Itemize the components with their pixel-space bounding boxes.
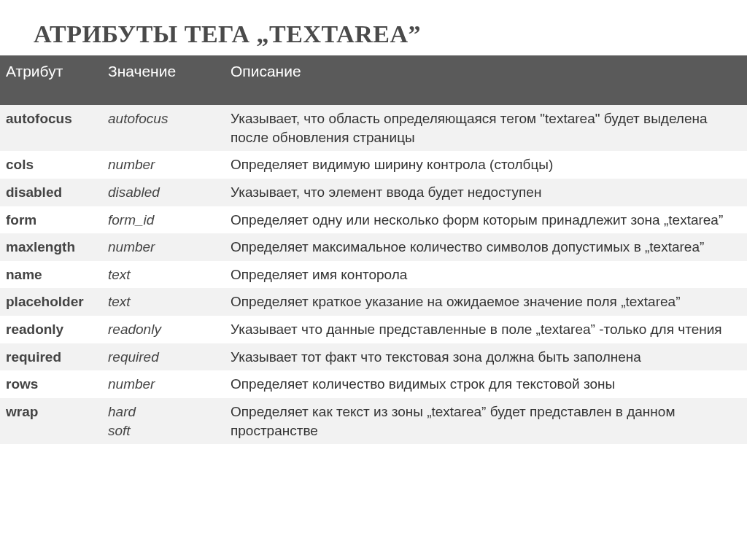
value-cell: text xyxy=(102,261,225,289)
description-cell: Указывает, что элемент ввода будет недос… xyxy=(225,179,747,206)
description-cell: Указывает, что область определяющаяся те… xyxy=(225,105,747,151)
description-cell: Указывает что данные представленные в по… xyxy=(225,316,747,343)
value-cell: autofocus xyxy=(102,105,225,151)
description-cell: Указывает тот факт что текстовая зона до… xyxy=(225,343,747,371)
description-cell: Определяет количество видимых строк для … xyxy=(225,370,747,398)
table-row: autofocusautofocusУказывает, что область… xyxy=(0,105,747,151)
attribute-cell: placeholder xyxy=(0,288,102,316)
description-cell: Определяет имя конторола xyxy=(225,261,747,289)
attribute-cell: disabled xyxy=(0,179,102,206)
table-row: requiredrequiredУказывает тот факт что т… xyxy=(0,343,747,371)
value-cell: readonly xyxy=(102,316,225,343)
attribute-cell: autofocus xyxy=(0,105,102,151)
header-description: Описание xyxy=(225,55,747,105)
attribute-cell: name xyxy=(0,261,102,289)
attribute-cell: maxlength xyxy=(0,233,102,261)
value-cell: number xyxy=(102,151,225,179)
table-row: rowsnumberОпределяет количество видимых … xyxy=(0,370,747,398)
attribute-cell: readonly xyxy=(0,316,102,343)
attributes-table: Атрибут Значение Описание autofocusautof… xyxy=(0,55,747,444)
description-cell: Определяет одну или несколько форм котор… xyxy=(225,206,747,234)
header-value: Значение xyxy=(102,55,225,105)
description-cell: Определяет видимую ширину контрола (стол… xyxy=(225,151,747,179)
table-row: nametextОпределяет имя конторола xyxy=(0,261,747,289)
value-cell: form_id xyxy=(102,206,225,234)
value-cell: required xyxy=(102,343,225,371)
attribute-cell: form xyxy=(0,206,102,234)
table-row: placeholdertextОпределяет краткое указан… xyxy=(0,288,747,316)
attribute-cell: required xyxy=(0,343,102,371)
attribute-cell: wrap xyxy=(0,398,102,444)
value-cell: number xyxy=(102,370,225,398)
table-row: maxlengthnumberОпределяет максимальное к… xyxy=(0,233,747,261)
description-cell: Определяет максимальное количество симво… xyxy=(225,233,747,261)
description-cell: Определяет краткое указание на ожидаемое… xyxy=(225,288,747,316)
value-cell: hard soft xyxy=(102,398,225,444)
value-cell: disabled xyxy=(102,179,225,206)
header-attribute: Атрибут xyxy=(0,55,102,105)
value-cell: number xyxy=(102,233,225,261)
table-row: wraphard softОпределяет как текст из зон… xyxy=(0,398,747,444)
attribute-cell: cols xyxy=(0,151,102,179)
value-cell: text xyxy=(102,288,225,316)
table-row: formform_idОпределяет одну или несколько… xyxy=(0,206,747,234)
table-row: readonlyreadonlyУказывает что данные пре… xyxy=(0,316,747,343)
attribute-cell: rows xyxy=(0,370,102,398)
table-row: colsnumberОпределяет видимую ширину конт… xyxy=(0,151,747,179)
page-title: АТРИБУТЫ ТЕГА „TEXTAREA” xyxy=(0,0,747,55)
description-cell: Определяет как текст из зоны „textarea” … xyxy=(225,398,747,444)
table-row: disableddisabledУказывает, что элемент в… xyxy=(0,179,747,206)
